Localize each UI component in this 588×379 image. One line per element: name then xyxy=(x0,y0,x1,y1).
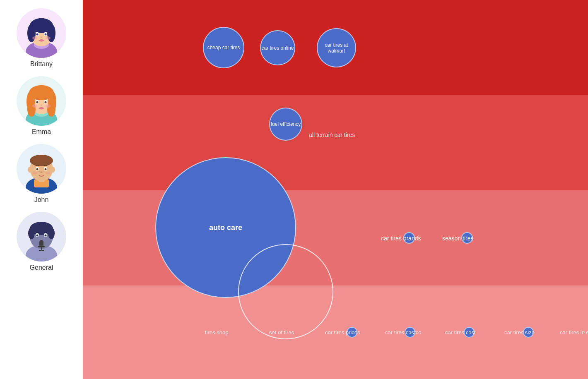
bubble-label-car-tires-walmart: car tires at walmart xyxy=(318,42,355,54)
svg-point-57 xyxy=(48,228,55,239)
svg-point-56 xyxy=(28,228,35,239)
bubble-label-car-tires-online: car tires online xyxy=(261,45,294,51)
avatar-john xyxy=(17,144,66,194)
band-2: fuel efficiency all terrain car tires xyxy=(83,95,588,190)
svg-rect-61 xyxy=(39,250,44,251)
bubble-car-tires-walmart[interactable]: car tires at walmart xyxy=(317,28,356,67)
svg-point-13 xyxy=(41,37,42,38)
svg-point-15 xyxy=(32,36,37,40)
label-season-tires: season tires xyxy=(442,235,473,242)
svg-point-42 xyxy=(28,167,32,173)
svg-point-47 xyxy=(45,168,47,170)
sidebar: Brittany xyxy=(0,0,83,379)
persona-name-emma: Emma xyxy=(32,128,51,136)
persona-general[interactable]: General xyxy=(17,212,66,271)
svg-point-11 xyxy=(36,34,39,36)
svg-point-33 xyxy=(32,104,37,108)
band-1: cheap car tires car tires online car tir… xyxy=(83,0,588,95)
persona-john[interactable]: John xyxy=(17,144,66,204)
svg-point-32 xyxy=(39,107,43,109)
avatar-general xyxy=(17,212,66,261)
svg-point-29 xyxy=(36,101,39,103)
persona-brittany[interactable]: Brittany xyxy=(17,8,66,68)
band-4: car tires prices car tires costco car ti… xyxy=(83,285,588,379)
label-car-tires-spanish: car tires in spanish xyxy=(560,329,588,336)
avatar-emma xyxy=(17,76,66,126)
svg-point-14 xyxy=(39,39,43,41)
svg-point-43 xyxy=(51,167,55,173)
persona-name-brittany: Brittany xyxy=(30,60,53,68)
svg-point-64 xyxy=(36,235,39,237)
svg-point-48 xyxy=(40,171,43,173)
svg-point-46 xyxy=(36,168,39,170)
main-visualization: cheap car tires car tires online car tir… xyxy=(83,0,588,379)
svg-rect-59 xyxy=(38,246,45,247)
svg-point-8 xyxy=(33,18,50,28)
bubble-cheap-car-tires[interactable]: cheap car tires xyxy=(203,27,244,68)
bubble-label-cheap-car-tires: cheap car tires xyxy=(207,45,240,50)
label-tires-shop: tires shop xyxy=(205,329,228,336)
svg-point-34 xyxy=(46,104,51,108)
avatar-brittany xyxy=(17,8,66,58)
svg-point-25 xyxy=(27,102,36,117)
svg-point-50 xyxy=(46,171,51,175)
bubble-fuel-efficiency[interactable]: fuel efficiency xyxy=(269,108,302,141)
label-car-tires-costco: car tires costco xyxy=(385,329,421,336)
persona-emma[interactable]: Emma xyxy=(17,76,66,136)
svg-point-16 xyxy=(46,36,51,40)
label-all-terrain: all terrain car tires xyxy=(309,132,355,138)
svg-point-30 xyxy=(45,101,47,103)
persona-name-john: John xyxy=(34,196,49,204)
svg-point-49 xyxy=(32,171,37,175)
bubble-label-auto-care: auto care xyxy=(209,223,242,232)
svg-point-12 xyxy=(45,34,47,36)
bubble-car-tires-online[interactable]: car tires online xyxy=(260,30,295,65)
svg-point-31 xyxy=(41,105,42,106)
label-car-tires-cost: car tires cost xyxy=(445,329,476,336)
bubble-label-fuel-efficiency: fuel efficiency xyxy=(271,121,301,127)
label-car-tires-size: car tires size xyxy=(504,329,535,336)
svg-point-65 xyxy=(45,235,47,237)
bubble-set-of-tires[interactable] xyxy=(238,244,333,339)
svg-point-26 xyxy=(47,102,55,117)
svg-point-41 xyxy=(32,155,51,163)
label-car-tires-prices: car tires prices xyxy=(325,329,360,336)
persona-name-general: General xyxy=(30,264,53,271)
label-car-tires-brands: car tires brands xyxy=(381,235,421,242)
